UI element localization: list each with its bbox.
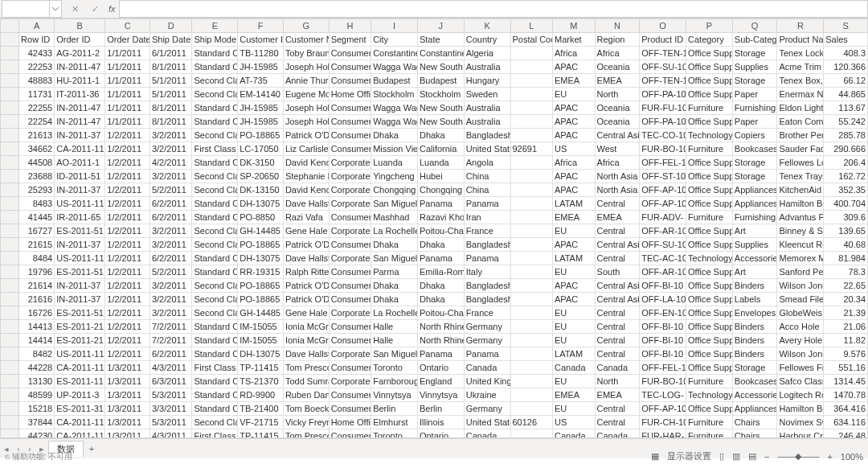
cell[interactable]: 1/2/2011 xyxy=(105,129,150,142)
row-header[interactable] xyxy=(1,47,19,60)
cell[interactable]: AO-2011-1 xyxy=(55,156,105,170)
cell[interactable]: 4/3/2011 xyxy=(149,429,192,439)
row-header[interactable] xyxy=(1,293,19,306)
cell[interactable]: Ruben Dartt xyxy=(283,388,329,402)
cell[interactable]: Patrick O'Donnell xyxy=(283,238,329,252)
cell[interactable]: Standard Class xyxy=(192,375,238,388)
cell[interactable]: Todd Sumrall xyxy=(283,375,329,388)
cell[interactable]: IN-2011-47 xyxy=(55,115,105,129)
cell[interactable]: China xyxy=(464,183,510,197)
cell[interactable]: Postal Code xyxy=(510,33,553,47)
cell[interactable]: North Rhine-Westphalia xyxy=(417,320,464,334)
cell[interactable]: Consumer xyxy=(329,211,371,224)
cell[interactable]: Copiers xyxy=(732,129,777,142)
cell[interactable]: TB-21400 xyxy=(238,402,284,416)
cell[interactable]: 8482 xyxy=(19,347,55,361)
cell[interactable]: Italy xyxy=(464,265,510,279)
cell[interactable]: 16727 xyxy=(19,224,55,238)
cell[interactable]: Accessories xyxy=(732,252,777,265)
cell[interactable]: Ionia McGrath xyxy=(283,334,329,347)
cell[interactable]: United States xyxy=(464,416,510,429)
row-header[interactable] xyxy=(1,101,19,115)
cell[interactable]: Office Supplies xyxy=(686,115,733,129)
cell[interactable]: IM-15055 xyxy=(238,334,284,347)
cell[interactable]: Dave Hallsten xyxy=(283,347,329,361)
cell[interactable]: OFF-AP-10 xyxy=(640,197,686,211)
cell[interactable] xyxy=(510,88,553,101)
cell[interactable]: Second Class xyxy=(192,224,238,238)
cell[interactable]: 1/2/2011 xyxy=(105,142,150,156)
cell[interactable]: GH-14485 xyxy=(238,224,284,238)
cell[interactable]: Patrick O'Donnell xyxy=(283,279,329,293)
cell[interactable]: Second Class xyxy=(192,238,238,252)
cell[interactable]: Standard Class xyxy=(192,402,238,416)
cell[interactable]: New South Wales xyxy=(417,115,464,129)
cell[interactable]: 9.576 xyxy=(824,347,868,361)
cell[interactable]: Angola xyxy=(464,156,510,170)
cell[interactable]: TEC-CO-10 xyxy=(640,129,686,142)
cell[interactable]: US-2011-11 xyxy=(55,197,105,211)
cell[interactable]: Brother Personal xyxy=(777,129,824,142)
cell[interactable]: Market xyxy=(553,33,596,47)
cell[interactable]: 44228 xyxy=(19,361,55,375)
cell[interactable]: 3/3/2011 xyxy=(149,402,192,416)
cell[interactable]: Corporate xyxy=(329,347,371,361)
cell[interactable]: Central xyxy=(595,402,640,416)
row-header[interactable] xyxy=(1,211,19,224)
cell[interactable]: 1/1/2011 xyxy=(105,60,150,74)
cell[interactable]: State xyxy=(417,33,464,47)
cell[interactable]: Yingcheng xyxy=(371,170,418,183)
cell[interactable]: Office Supplies xyxy=(686,279,733,293)
cell[interactable]: Joseph Holt xyxy=(283,101,329,115)
cell[interactable]: 5/3/2011 xyxy=(149,388,192,402)
cell[interactable]: Avery Hole xyxy=(777,334,824,347)
cell[interactable]: OFF-LA-10 xyxy=(640,293,686,306)
cell[interactable]: Algeria xyxy=(464,47,510,60)
cell[interactable]: Binders xyxy=(732,347,777,361)
cell[interactable]: Office Supplies xyxy=(686,183,733,197)
cell[interactable]: Product Name xyxy=(777,33,824,47)
cell[interactable]: TP-11415 xyxy=(238,429,284,439)
cell[interactable]: Annie Thurman xyxy=(283,74,329,88)
cell[interactable] xyxy=(510,334,553,347)
cell[interactable]: Africa xyxy=(553,47,596,60)
cell[interactable]: Art xyxy=(732,265,777,279)
cell[interactable]: City xyxy=(371,33,418,47)
cell[interactable]: APAC xyxy=(553,238,596,252)
cell[interactable]: Office Supplies xyxy=(686,361,733,375)
cell[interactable]: UP-2011-3 xyxy=(55,388,105,402)
cell[interactable]: Standard Class xyxy=(192,47,238,60)
cell[interactable]: David Kendrick xyxy=(283,183,329,197)
zoom-in-button[interactable]: + xyxy=(827,452,832,462)
cell[interactable]: David Kendrick xyxy=(283,156,329,170)
cell[interactable]: US xyxy=(553,142,596,156)
cell[interactable]: OFF-ST-10 xyxy=(640,170,686,183)
cell[interactable]: CA-2011-11 xyxy=(55,429,105,439)
row-header[interactable] xyxy=(1,88,19,101)
cell[interactable]: Berlin xyxy=(371,402,418,416)
cell[interactable]: Consumer xyxy=(329,142,371,156)
cell[interactable]: 11731 xyxy=(19,88,55,101)
cell[interactable]: Gene Hale xyxy=(283,306,329,320)
cell[interactable]: 551.16 xyxy=(824,361,868,375)
cell[interactable]: 1/2/2011 xyxy=(105,238,150,252)
cell[interactable]: ES-2011-11 xyxy=(55,375,105,388)
cell[interactable]: Oceania xyxy=(595,101,640,115)
cell[interactable]: HU-2011-1 xyxy=(55,74,105,88)
cell[interactable]: ES-2011-31 xyxy=(55,402,105,416)
cell[interactable]: Office Supplies xyxy=(686,74,733,88)
row-header[interactable] xyxy=(1,33,19,47)
cell[interactable]: Ralph Ritter xyxy=(283,265,329,279)
cell[interactable]: Toronto xyxy=(371,429,418,439)
cell[interactable]: Paper xyxy=(732,88,777,101)
cell[interactable]: Fellowes Lockers xyxy=(777,156,824,170)
cell[interactable]: 309.6 xyxy=(824,211,868,224)
cell[interactable] xyxy=(510,293,553,306)
cell[interactable]: 22.65 xyxy=(824,279,868,293)
cell[interactable]: Mission Viejo xyxy=(371,142,418,156)
cell[interactable]: Order ID xyxy=(55,33,105,47)
cell[interactable]: 44230 xyxy=(19,429,55,439)
cell[interactable]: Office Supplies xyxy=(686,320,733,334)
cell[interactable]: Advantus Push xyxy=(777,211,824,224)
cell[interactable]: Harbour Creations xyxy=(777,429,824,439)
